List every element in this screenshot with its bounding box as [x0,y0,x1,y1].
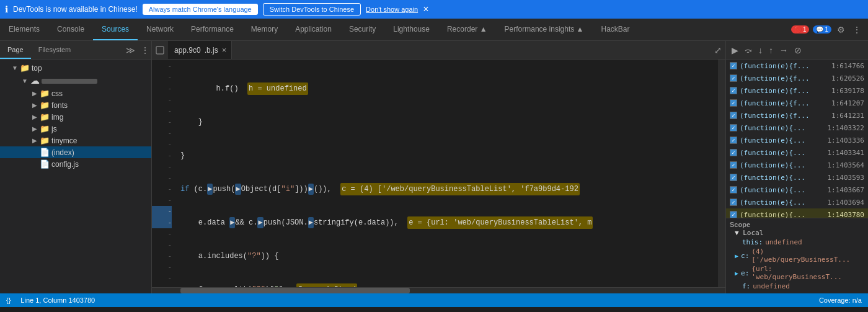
scope-val-e: {url: 'web/queryBusinessT... [751,265,864,281]
tree-item-top[interactable]: ▼ 📁 top [0,62,151,74]
call-stack-item[interactable]: ✓ (function(e){f... 1:639178 [726,84,868,97]
tab-hackbar[interactable]: HackBar [592,19,638,40]
call-stack-item[interactable]: ✓ (function(e){... 1:1403336 [726,134,868,146]
tab-lighthouse[interactable]: Lighthouse [384,19,438,40]
scope-header[interactable]: Scope [730,221,864,228]
settings-button[interactable]: ⚙ [835,23,847,37]
scope-val-f: undefined [753,282,790,290]
checkbox: ✓ [730,124,737,131]
scope-item-c[interactable]: ▶ c: (4) ['/web/queryBusinessT... [735,247,864,264]
call-stack-item-active[interactable]: ✓ (function(e){... 1:1403780 [726,208,868,218]
call-stack-item[interactable]: ✓ (function(e){f... 1:614766 [726,60,868,72]
scope-key-this: this: [742,238,763,246]
tree-item-cloud[interactable]: ▼ ☁ [0,74,151,87]
scope-expand-c[interactable]: ▶ [735,252,738,259]
call-stack-name-active: (function(e){... [740,211,825,218]
tree-item-img[interactable]: ▶ 📁 img [0,111,151,123]
file-tree-more-button[interactable]: ≫ [122,43,139,57]
dont-show-again-link[interactable]: Don't show again [366,6,418,13]
tree-content: ▼ 📁 top ▼ ☁ ▶ 📁 css [0,60,151,293]
tree-toggle-fonts[interactable]: ▶ [30,102,40,109]
step-into-button[interactable]: ↓ [756,43,764,57]
call-stack-item[interactable]: ✓ (function(e){... 1:1403667 [726,184,868,196]
call-stack-item[interactable]: ✓ (function(e){f... 1:641231 [726,109,868,122]
tab-filesystem[interactable]: Filesystem [31,41,79,59]
tree-toggle-tinymce[interactable]: ▶ [30,137,40,144]
scope-content: ▼ Local this: undefined ▶ c: (4) ['/web/… [730,228,864,291]
call-stack-name: (function(e){... [740,161,825,169]
tab-security[interactable]: Security [340,19,384,40]
code-expand-button[interactable]: ⤢ [711,43,725,57]
tab-performance[interactable]: Performance [182,19,242,40]
step-over-button[interactable]: ⤼ [743,43,754,57]
step-button[interactable]: → [777,43,790,57]
more-button[interactable]: ⋮ [851,23,863,37]
scope-val-c: (4) ['/web/queryBusinessT... [751,247,864,264]
tree-item-tinymce[interactable]: ▶ 📁 tinymce [0,135,151,146]
right-panel-toolbar: ▶ ⤼ ↓ ↑ → ⊘ [726,41,868,60]
tab-page[interactable]: Page [0,41,31,59]
call-stack-item[interactable]: ✓ (function(e){... 1:1403341 [726,146,868,159]
switch-to-chinese-button[interactable]: Switch DevTools to Chinese [263,3,361,16]
info-text: DevTools is now available in Chinese! [13,5,138,14]
call-stack-line: 1:620526 [831,74,864,82]
tree-item-js[interactable]: ▶ 📁 js [0,123,151,135]
tab-memory[interactable]: Memory [242,19,286,40]
tree-toggle-top[interactable]: ▼ [10,65,20,71]
call-stack-item[interactable]: ✓ (function(e){... 1:1403322 [726,122,868,134]
step-out-button[interactable]: ↑ [767,43,775,57]
call-stack-line: 1:1403667 [827,186,864,194]
info-bar-close-button[interactable]: × [423,4,428,14]
tab-performance-insights[interactable]: Performance insights ▲ [496,19,593,40]
folder-css-icon: 📁 [40,89,50,98]
call-stack-name: (function(e){... [740,124,825,132]
code-scrollbar-h[interactable] [152,287,725,293]
file-tree-menu-button[interactable]: ⋮ [139,43,151,57]
tree-toggle-img[interactable]: ▶ [30,114,40,120]
call-stack-item[interactable]: ✓ (function(e){... 1:1403694 [726,196,868,208]
resume-button[interactable]: ▶ [730,43,740,57]
call-stack-name: (function(e){... [740,174,825,182]
tree-toggle-css[interactable]: ▶ [30,90,40,97]
code-line: } [180,150,718,161]
scope-expand-e[interactable]: ▶ [735,270,738,277]
call-stack-item[interactable]: ✓ (function(e){f... 1:641207 [726,97,868,109]
tree-item-css[interactable]: ▶ 📁 css [0,87,151,99]
tab-bar: Elements Console Sources Network Perform… [0,19,868,41]
call-stack-item[interactable]: ✓ (function(e){... 1:1403564 [726,159,868,171]
tree-toggle-js[interactable]: ▶ [30,125,40,132]
tree-item-index[interactable]: 📄 (index) [0,146,151,158]
tree-toggle-cloud[interactable]: ▼ [20,78,30,84]
code-line: var f = a.split("?")[0]; f = undefined [180,284,718,287]
checkbox: ✓ [730,99,737,107]
info-bar: ℹ DevTools is now available in Chinese! … [0,0,868,19]
scope-item-f[interactable]: f: undefined [735,282,864,291]
tree-item-config[interactable]: 📄 config.js [0,158,151,170]
tab-sources[interactable]: Sources [93,19,138,40]
tab-application[interactable]: Application [286,19,340,40]
right-scroll[interactable] [718,60,725,287]
file-config-icon: 📄 [40,159,50,169]
scope-item-e[interactable]: ▶ e: {url: 'web/queryBusinessT... [735,264,864,282]
call-stack-item[interactable]: ✓ (function(e){... 1:1403593 [726,171,868,184]
checkbox: ✓ [730,74,737,82]
scope-item-this[interactable]: this: undefined [735,238,864,247]
call-stack-name: (function(e){... [740,136,825,145]
tab-console[interactable]: Console [48,19,93,40]
tab-network[interactable]: Network [138,19,182,40]
folder-js-icon: 📁 [40,124,50,133]
always-match-language-button[interactable]: Always match Chrome's language [143,4,258,15]
tab-elements[interactable]: Elements [0,19,48,40]
warn-badge: 💬 1 [813,25,831,33]
status-icon: {} [6,296,11,304]
tab-recorder[interactable]: Recorder ▲ [438,19,496,40]
tree-item-fonts[interactable]: ▶ 📁 fonts [0,99,151,111]
call-stack-item[interactable]: ✓ (function(e){f... 1:620526 [726,72,868,84]
code-tab-close-button[interactable]: × [222,46,227,54]
code-tab-app[interactable]: app.9c0.b.js × [168,41,232,59]
deactivate-breakpoints-button[interactable]: ⊘ [792,43,804,57]
folder-fonts-icon: 📁 [40,100,50,110]
info-icon: ℹ [5,4,8,14]
code-lines[interactable]: h.f() h = undefined } } if (c.▶push(▶Obj… [177,60,718,287]
scope-local-header[interactable]: ▼ Local [735,228,864,238]
